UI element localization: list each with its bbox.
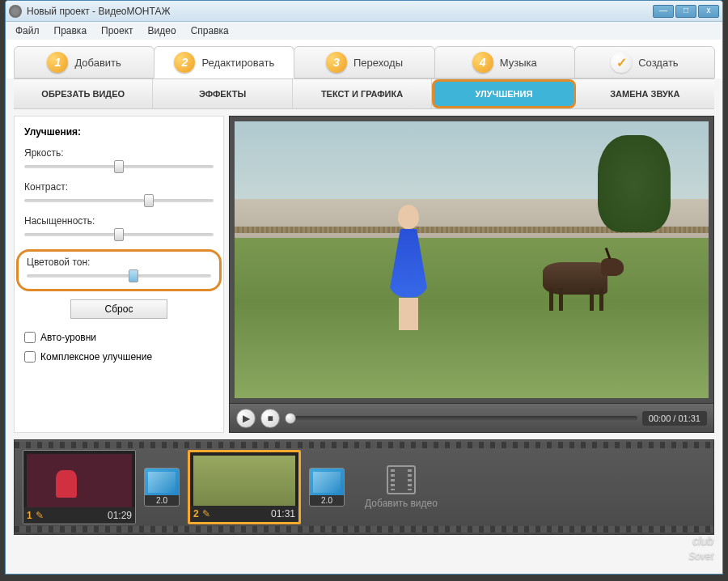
enhance-panel: Улучшения: Яркость: Контраст: Насыщеннос…	[14, 116, 224, 433]
saturation-group: Насыщенность:	[24, 215, 214, 236]
girl-figure	[387, 205, 431, 334]
timecode: 00:00 / 01:31	[642, 411, 707, 426]
brightness-group: Яркость:	[24, 147, 214, 168]
complex-enhance-input[interactable]	[24, 351, 36, 363]
tab-music[interactable]: 4 Музыка	[434, 46, 575, 78]
step-4-icon: 4	[472, 52, 493, 73]
saturation-thumb[interactable]	[114, 228, 124, 241]
clip-2[interactable]: 2 ✎ 01:31	[188, 450, 301, 524]
menu-help[interactable]: Справка	[184, 23, 235, 38]
hue-slider[interactable]	[27, 274, 211, 278]
saturation-label: Насыщенность:	[24, 215, 214, 227]
brightness-slider[interactable]	[24, 165, 214, 168]
transition-1[interactable]: 2.0	[144, 468, 180, 507]
panel-heading: Улучшения:	[24, 126, 214, 138]
contrast-slider[interactable]	[24, 199, 214, 202]
preview-panel: ▶ ■ 00:00 / 01:31	[229, 116, 714, 433]
brightness-label: Яркость:	[24, 147, 214, 159]
step-2-icon: 2	[174, 52, 195, 73]
pencil-icon: ✎	[202, 508, 210, 520]
titlebar: Новый проект - ВидеоМОНТАЖ — □ x	[6, 1, 722, 22]
step-3-icon: 3	[326, 52, 347, 73]
hue-thumb[interactable]	[129, 269, 138, 282]
menu-file[interactable]: Файл	[9, 23, 46, 38]
minimize-button[interactable]: —	[653, 5, 674, 18]
menubar: Файл Правка Проект Видео Справка	[6, 22, 722, 40]
app-window: Новый проект - ВидеоМОНТАЖ — □ x Файл Пр…	[5, 0, 723, 575]
player-controls: ▶ ■ 00:00 / 01:31	[230, 403, 713, 432]
subtab-enhance[interactable]: УЛУЧШЕНИЯ	[432, 79, 575, 108]
add-video-button[interactable]: Добавить видео	[353, 452, 450, 523]
menu-video[interactable]: Видео	[142, 23, 183, 38]
tab-transitions[interactable]: 3 Переходы	[294, 46, 434, 78]
app-icon	[9, 5, 22, 18]
menu-project[interactable]: Проект	[95, 23, 140, 38]
contrast-group: Контраст:	[24, 181, 214, 202]
pencil-icon: ✎	[36, 510, 44, 521]
clip-1[interactable]: 1 ✎ 01:29	[23, 450, 136, 524]
subtab-text[interactable]: ТЕКСТ И ГРАФИКА	[293, 79, 432, 108]
brightness-thumb[interactable]	[114, 160, 124, 173]
checkmark-icon: ✓	[611, 52, 632, 73]
tab-edit[interactable]: 2 Редактировать	[154, 46, 294, 78]
tab-add[interactable]: 1 Добавить	[14, 46, 154, 78]
window-title: Новый проект - ВидеоМОНТАЖ	[27, 6, 653, 17]
auto-levels-checkbox[interactable]: Авто-уровни	[24, 332, 214, 343]
stop-button[interactable]: ■	[260, 409, 280, 428]
clip-2-thumb	[193, 456, 295, 506]
timeline: 1 ✎ 01:29 2.0 2 ✎ 01:31 2.0 Добавить вид…	[14, 439, 714, 535]
maximize-button[interactable]: □	[675, 5, 696, 18]
clip-1-thumb	[27, 454, 132, 507]
main-tabs: 1 Добавить 2 Редактировать 3 Переходы 4 …	[6, 40, 722, 78]
sub-tabs: ОБРЕЗАТЬ ВИДЕО ЭФФЕКТЫ ТЕКСТ И ГРАФИКА У…	[14, 78, 714, 109]
preview-scene	[235, 121, 709, 398]
seek-slider[interactable]	[285, 416, 637, 421]
contrast-thumb[interactable]	[144, 194, 154, 207]
step-1-icon: 1	[47, 52, 68, 73]
preview-viewport	[235, 121, 709, 398]
goat-figure	[535, 254, 624, 311]
reset-button[interactable]: Сброс	[70, 299, 167, 319]
seek-thumb[interactable]	[285, 413, 296, 424]
hue-group: Цветовой тон:	[16, 249, 222, 291]
menu-edit[interactable]: Правка	[48, 23, 94, 38]
play-button[interactable]: ▶	[236, 409, 256, 428]
complex-enhance-checkbox[interactable]: Комплексное улучшение	[24, 351, 214, 363]
subtab-effects[interactable]: ЭФФЕКТЫ	[153, 79, 292, 108]
close-button[interactable]: x	[698, 5, 719, 18]
hue-label: Цветовой тон:	[27, 257, 211, 268]
auto-levels-input[interactable]	[24, 332, 36, 343]
contrast-label: Контраст:	[24, 181, 214, 193]
tab-create[interactable]: ✓ Создать	[574, 46, 715, 78]
subtab-replace-audio[interactable]: ЗАМЕНА ЗВУКА	[576, 79, 714, 108]
subtab-trim[interactable]: ОБРЕЗАТЬ ВИДЕО	[14, 79, 153, 108]
transition-2[interactable]: 2.0	[309, 468, 345, 507]
film-icon	[387, 465, 416, 494]
saturation-slider[interactable]	[24, 233, 214, 236]
